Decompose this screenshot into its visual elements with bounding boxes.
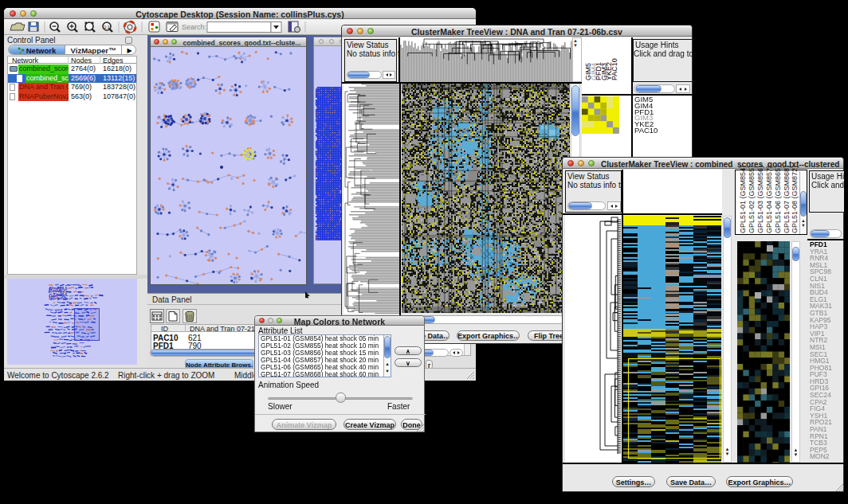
svg-text:1:1: 1:1 [104, 25, 110, 29]
svg-text:Search:: Search: [182, 23, 206, 31]
